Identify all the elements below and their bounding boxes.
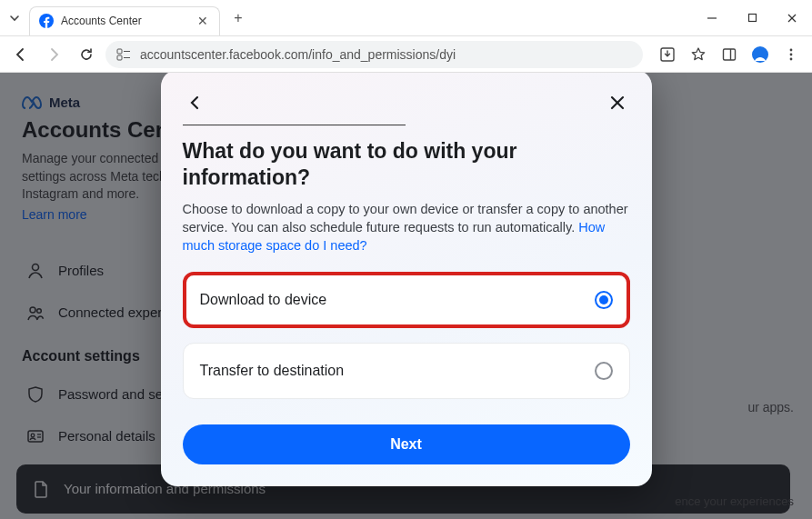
browser-menu-icon[interactable] [777, 41, 805, 68]
install-app-icon[interactable] [654, 41, 681, 68]
svg-point-15 [790, 53, 793, 55]
url-text: accountscenter.facebook.com/info_and_per… [140, 47, 456, 62]
svg-point-16 [790, 57, 793, 60]
tab-title: Accounts Center [61, 15, 188, 27]
window-close-button[interactable] [772, 0, 812, 35]
tabs-dropdown[interactable] [0, 0, 29, 35]
svg-point-13 [757, 49, 763, 55]
modal-title: What do you want to do with your informa… [183, 138, 630, 191]
new-tab-button[interactable]: + [226, 5, 251, 31]
svg-point-14 [790, 48, 793, 51]
url-box[interactable]: accountscenter.facebook.com/info_and_per… [105, 41, 643, 68]
nav-forward-button[interactable] [40, 41, 67, 68]
radio-selected-icon [595, 291, 613, 309]
next-button[interactable]: Next [183, 424, 630, 464]
modal-back-button[interactable] [183, 90, 208, 115]
dyi-modal: What do you want to do with your informa… [161, 73, 652, 486]
option-download-to-device[interactable]: Download to device [183, 272, 630, 328]
nav-reload-button[interactable] [73, 41, 100, 68]
modal-description: Choose to download a copy to your own de… [183, 200, 630, 255]
nav-back-button[interactable] [7, 41, 35, 68]
page-content: Meta Accounts Center Manage your connect… [0, 73, 812, 519]
browser-addressbar: accountscenter.facebook.com/info_and_per… [0, 36, 812, 73]
bookmark-star-icon[interactable] [685, 41, 712, 68]
modal-header-rule [183, 125, 406, 126]
tab-close-icon[interactable]: ✕ [195, 14, 210, 28]
svg-rect-6 [117, 55, 122, 60]
option-transfer-label: Transfer to destination [200, 363, 345, 379]
svg-rect-2 [748, 15, 756, 22]
profile-avatar-icon[interactable] [747, 41, 774, 68]
svg-rect-5 [117, 49, 122, 54]
close-icon [609, 95, 626, 111]
browser-titlebar: Accounts Center ✕ + [0, 0, 812, 36]
radio-unselected-icon [595, 362, 613, 380]
chevron-left-icon [187, 95, 204, 111]
window-minimize-button[interactable] [692, 0, 732, 35]
svg-rect-10 [724, 49, 736, 60]
option-download-label: Download to device [200, 292, 327, 308]
window-maximize-button[interactable] [732, 0, 772, 35]
window-controls [692, 0, 812, 35]
modal-description-text: Choose to download a copy to your own de… [183, 202, 628, 235]
browser-tab[interactable]: Accounts Center ✕ [29, 6, 220, 35]
option-transfer-to-destination[interactable]: Transfer to destination [183, 343, 630, 399]
site-settings-icon[interactable] [116, 48, 131, 61]
sidepanel-icon[interactable] [716, 41, 743, 68]
facebook-favicon-icon [39, 14, 54, 28]
modal-close-button[interactable] [605, 90, 630, 115]
